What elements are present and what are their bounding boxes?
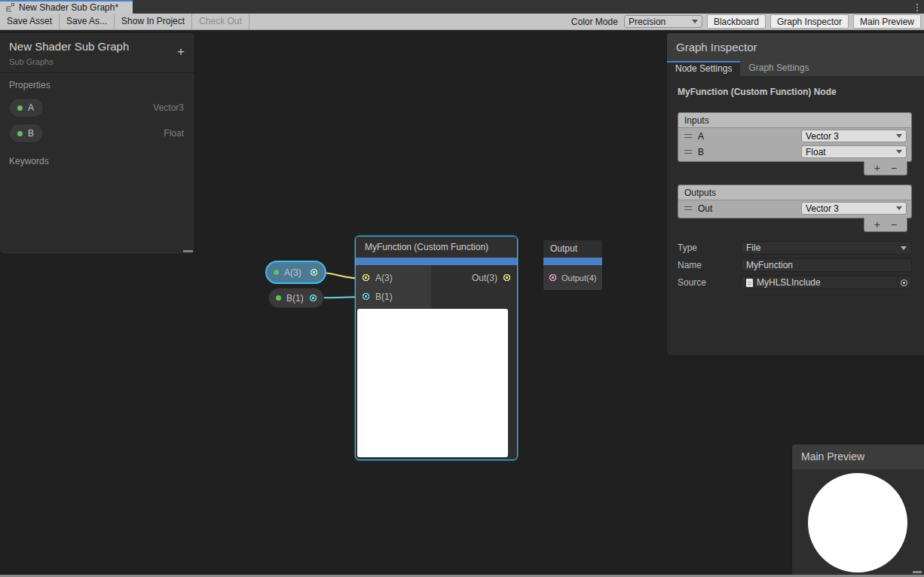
drag-handle-icon[interactable] — [684, 206, 692, 210]
graph-inspector-title[interactable]: Graph Inspector — [667, 33, 924, 61]
selected-node-heading: MyFunction (Custom Function) Node — [678, 87, 912, 97]
chevron-down-icon — [692, 20, 698, 23]
keywords-section-label: Keywords — [0, 149, 194, 170]
output-type-dropdown[interactable]: Vector 3 — [801, 202, 907, 215]
source-field-row: Source MyHLSLInclude — [678, 276, 912, 289]
property-node-a[interactable]: A(3) — [265, 261, 326, 284]
exposed-property-dot-icon — [17, 131, 23, 136]
input-type-dropdown[interactable]: Vector 3 — [801, 130, 907, 142]
input-port-a[interactable] — [362, 273, 370, 282]
type-value: File — [746, 243, 897, 253]
object-picker-icon — [901, 279, 907, 286]
input-port-b[interactable] — [362, 292, 370, 301]
tab-node-settings[interactable]: Node Settings — [667, 61, 740, 76]
inputs-row-b[interactable]: B Float — [678, 144, 911, 160]
blackboard-toggle-button[interactable]: Blackboard — [707, 14, 766, 29]
vertical-ellipsis-icon — [916, 4, 918, 5]
inspector-tabs: Node Settings Graph Settings — [667, 61, 924, 76]
main-preview-resize-handle[interactable] — [913, 571, 922, 573]
color-mode-dropdown[interactable]: Precision — [624, 15, 702, 28]
node-output-ports: Out(3) — [431, 265, 517, 309]
chevron-down-icon — [901, 246, 907, 250]
show-in-project-button[interactable]: Show In Project — [115, 14, 192, 30]
node-input-ports: A(3) B(1) — [356, 265, 431, 309]
blackboard-panel: New Shader Sub Graph Sub Graphs + Proper… — [0, 32, 195, 255]
chevron-down-icon — [896, 150, 902, 154]
node-precision-bar — [543, 258, 602, 265]
color-mode-label: Color Mode — [570, 17, 620, 27]
outputs-list: Outputs Out Vector 3 — [678, 185, 912, 218]
blackboard-property-b[interactable]: B — [9, 124, 44, 143]
outputs-list-footer: + − — [864, 218, 907, 232]
tab-bar-menu-button[interactable] — [910, 0, 924, 14]
graph-inspector-toggle-button[interactable]: Graph Inspector — [770, 14, 849, 29]
drag-handle-icon[interactable] — [684, 150, 692, 154]
type-label: Type — [678, 243, 741, 253]
object-picker-button[interactable] — [898, 276, 910, 288]
tab-graph-settings[interactable]: Graph Settings — [740, 61, 817, 76]
output-port-label: Output(4) — [561, 273, 596, 282]
name-input[interactable]: MyFunction — [741, 258, 912, 272]
chevron-down-icon — [896, 206, 902, 210]
inputs-row-a[interactable]: A Vector 3 — [678, 128, 911, 144]
inputs-list-header: Inputs — [678, 113, 911, 128]
type-dropdown[interactable]: File — [741, 241, 912, 255]
outputs-row-out[interactable]: Out Vector 3 — [678, 200, 911, 216]
main-preview-title[interactable]: Main Preview — [792, 444, 924, 469]
output-port-row: Out(3) — [431, 268, 517, 287]
node-title[interactable]: Output — [543, 240, 602, 258]
input-port-row: B(1) — [356, 287, 431, 306]
check-out-button: Check Out — [192, 14, 249, 30]
add-property-button[interactable]: + — [177, 45, 185, 58]
properties-section-label: Properties — [0, 73, 194, 94]
blackboard-resize-handle[interactable] — [183, 250, 193, 252]
custom-function-node[interactable]: MyFunction (Custom Function) A(3) B(1) O… — [355, 236, 518, 460]
input-type-value: Vector 3 — [806, 131, 896, 142]
shader-graph-toolbar: Save Asset Save As... Show In Project Ch… — [0, 14, 924, 30]
output-input-port[interactable] — [549, 273, 557, 282]
output-port-out[interactable] — [503, 273, 511, 282]
input-port-label: B(1) — [375, 292, 393, 302]
name-value: MyFunction — [746, 260, 907, 270]
property-output-port[interactable] — [309, 294, 317, 302]
property-node-label: A(3) — [284, 267, 301, 278]
node-title[interactable]: MyFunction (Custom Function) — [356, 237, 517, 258]
remove-input-button[interactable]: − — [891, 162, 897, 175]
outputs-list-header: Outputs — [678, 185, 911, 200]
main-preview-body[interactable] — [792, 469, 924, 575]
file-asset-icon — [746, 279, 753, 287]
exposed-property-dot-icon — [17, 105, 23, 111]
blackboard-header[interactable]: New Shader Sub Graph Sub Graphs + — [0, 33, 194, 73]
input-type-dropdown[interactable]: Float — [801, 145, 907, 158]
output-node-port-row: Output(4) — [543, 265, 602, 290]
node-precision-bar — [356, 258, 517, 265]
add-input-button[interactable]: + — [874, 162, 880, 175]
property-row: A Vector3 — [0, 98, 194, 118]
property-output-port[interactable] — [310, 268, 318, 276]
graph-inspector-panel: Graph Inspector Node Settings Graph Sett… — [666, 32, 924, 356]
property-name: A — [28, 102, 34, 113]
source-object-field[interactable]: MyHLSLInclude — [741, 276, 912, 289]
save-as-button[interactable]: Save As... — [60, 14, 115, 30]
main-preview-toggle-button[interactable]: Main Preview — [853, 14, 921, 29]
add-output-button[interactable]: + — [874, 218, 880, 231]
property-node-label: B(1) — [286, 293, 304, 304]
property-row: B Float — [0, 124, 194, 143]
drag-handle-icon[interactable] — [684, 134, 692, 138]
document-tab-title: New Shader Sub Graph* — [19, 2, 118, 13]
window-tab-bar: New Shader Sub Graph* — [0, 0, 924, 14]
save-asset-button[interactable]: Save Asset — [0, 14, 60, 30]
remove-output-button[interactable]: − — [891, 218, 897, 231]
type-field-row: Type File — [678, 241, 912, 255]
output-type-value: Vector 3 — [806, 203, 896, 214]
property-node-b[interactable]: B(1) — [268, 288, 324, 308]
inputs-list-footer: + − — [864, 161, 907, 176]
property-name: B — [28, 128, 34, 139]
output-node[interactable]: Output Output(4) — [543, 240, 603, 291]
document-tab[interactable]: New Shader Sub Graph* — [0, 0, 133, 14]
main-preview-panel: Main Preview — [791, 444, 924, 575]
name-label: Name — [678, 260, 741, 270]
node-ports: A(3) B(1) Out(3) — [356, 265, 517, 309]
blackboard-property-a[interactable]: A — [9, 98, 44, 118]
exposed-property-dot-icon — [274, 270, 279, 275]
